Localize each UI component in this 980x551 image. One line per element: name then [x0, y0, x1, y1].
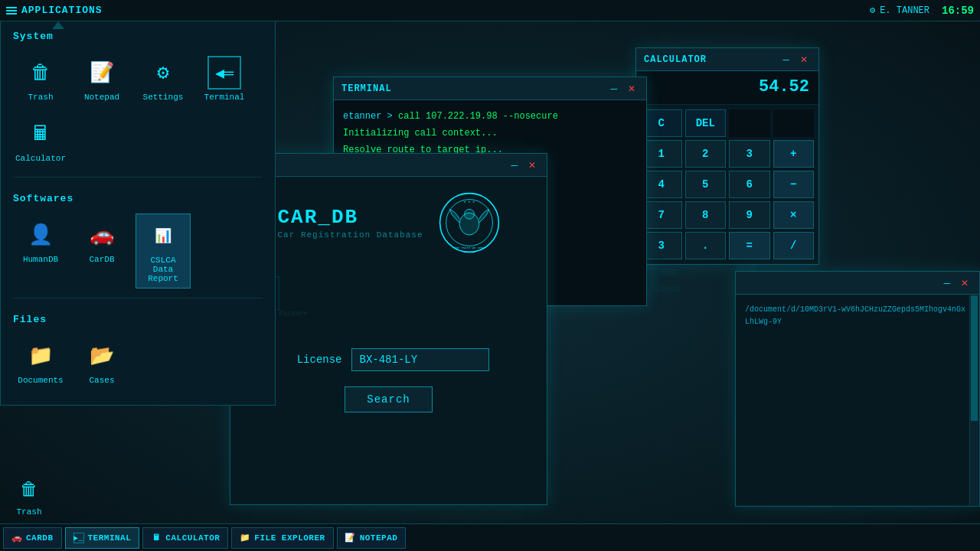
calc-btn-2[interactable]: 2: [685, 140, 727, 168]
term-minimize[interactable]: ─: [607, 83, 620, 94]
link-close[interactable]: ✕: [958, 278, 972, 289]
link-controls: ─ ✕: [940, 278, 972, 289]
cardb-minimize[interactable]: ─: [508, 160, 521, 171]
taskbar-item-notepad[interactable]: 📝 NOTEPAD: [337, 527, 407, 549]
app-menu: System 🗑 Trash 📝 Notepad ⚙ Settings ◀═ T…: [0, 21, 276, 406]
svg-text:★ ★ ★: ★ ★ ★: [463, 200, 475, 204]
app-icon-documents[interactable]: 📁 Documents: [13, 334, 68, 390]
app-icon-humandb[interactable]: 👤 HumanDB: [13, 214, 68, 289]
link-titlebar: ─ ✕: [736, 272, 979, 295]
taskbar-item-terminal[interactable]: ▶_ TERMINAL: [65, 527, 140, 549]
notepad-label: Notepad: [84, 93, 119, 102]
terminal-label: Terminal: [204, 93, 245, 102]
cardb-taskbar-icon: 🚗: [11, 533, 22, 543]
cases-icon: 📂: [85, 339, 119, 373]
app-icon-terminal[interactable]: ◀═ Terminal: [197, 51, 252, 106]
fileexplorer-taskbar-label: FILE EXPLORER: [254, 533, 325, 543]
desktop: DEPT OF E K APPLICATIONS ⚙ E. TANNER 16:…: [0, 0, 980, 551]
cardb-titlebar: ─ ✕: [230, 154, 547, 177]
files-section: Files 📁 Documents 📂 Cases: [1, 305, 275, 393]
cardb-close[interactable]: ✕: [525, 160, 539, 171]
calc-btn-4[interactable]: 4: [641, 171, 682, 198]
clock: 16:59: [942, 5, 974, 17]
app-icon-settings[interactable]: ⚙ Settings: [136, 51, 191, 106]
calc-btn-1[interactable]: 1: [641, 140, 682, 168]
app-icon-notepad[interactable]: 📝 Notepad: [74, 51, 129, 106]
notepad-taskbar-icon: 📝: [345, 533, 356, 543]
calculator-icon: 🖩: [24, 117, 57, 151]
app-icon-trash[interactable]: 🗑 Trash: [13, 51, 68, 106]
fileexplorer-taskbar-icon: 📁: [240, 533, 250, 543]
calc-btn-empty1: [729, 109, 770, 137]
cardb-body: CAR_DB Car Registration Database ★ ★ ★: [230, 177, 547, 504]
notepad-icon: 📝: [85, 56, 119, 90]
calc-btn-7[interactable]: 7: [641, 201, 682, 229]
calc-btn-minus[interactable]: −: [773, 171, 815, 198]
term-prompt-1: etanner >: [343, 111, 393, 122]
link-minimize[interactable]: ─: [940, 278, 953, 289]
system-icons-grid: 🗑 Trash 📝 Notepad ⚙ Settings ◀═ Terminal…: [13, 51, 263, 168]
app-icon-calculator[interactable]: 🖩 Calculator: [13, 112, 68, 168]
desktop-trash-icon: 🗑: [14, 474, 44, 504]
calc-btn-5[interactable]: 5: [685, 171, 727, 198]
desktop-trash[interactable]: 🗑 Trash: [14, 474, 44, 517]
cardb-controls: ─ ✕: [508, 160, 539, 171]
calc-btn-9[interactable]: 9: [729, 201, 770, 229]
license-input[interactable]: [351, 348, 489, 371]
term-line-2: Initializing call context...: [343, 126, 637, 140]
cardb-label: CarDB: [89, 255, 114, 264]
cardb-icon: 🚗: [85, 218, 119, 252]
link-scrollbar[interactable]: [969, 295, 978, 505]
calc-btn-3[interactable]: 3: [729, 140, 770, 168]
license-field-row: License: [246, 348, 531, 371]
calc-btn-multiply[interactable]: ×: [773, 201, 815, 229]
term-title: TERMINAL: [341, 83, 392, 94]
cardb-form: License Search: [246, 348, 531, 412]
calculator-taskbar-icon: 🖩: [151, 533, 162, 543]
term-titlebar: TERMINAL ─ ✕: [334, 77, 646, 100]
term-close[interactable]: ✕: [625, 83, 639, 94]
app-icon-cases[interactable]: 📂 Cases: [74, 334, 129, 390]
calculator-taskbar-label: CALCULATOR: [165, 533, 220, 543]
terminal-taskbar-label: TERMINAL: [88, 533, 132, 543]
link-scrollbar-thumb: [971, 295, 978, 421]
taskbar-item-calculator[interactable]: 🖩 CALCULATOR: [142, 527, 228, 549]
calc-btn-c[interactable]: C: [641, 109, 682, 137]
calc-btn-del[interactable]: DEL: [685, 109, 727, 137]
calc-titlebar: CALCULATOR ─ ✕: [636, 48, 818, 71]
calc-title: CALCULATOR: [644, 54, 707, 65]
calc-btn-3b[interactable]: 3: [641, 232, 682, 259]
calc-btn-divide[interactable]: /: [773, 232, 815, 259]
link-url: /document/d/10MD3rV1-wV6hJCHzuZZGepds5MI…: [745, 305, 965, 326]
app-icon-cslca[interactable]: 📊 CSLCA Data Report: [136, 214, 191, 289]
svg-text:THE TRUTH WE SEEK: THE TRUTH WE SEEK: [453, 246, 485, 249]
search-button[interactable]: Search: [345, 386, 432, 412]
taskbar-item-cardb[interactable]: 🚗 CARDB: [3, 527, 62, 549]
calc-btn-6[interactable]: 6: [729, 171, 770, 198]
cslca-icon: 📊: [146, 219, 180, 253]
calc-close[interactable]: ✕: [797, 54, 811, 65]
calc-btn-equals[interactable]: =: [729, 232, 770, 259]
calc-btn-dot[interactable]: .: [685, 232, 727, 259]
cardb-main-title: CAR_DB: [277, 206, 423, 229]
divider-1: [13, 177, 263, 178]
divider-2: [13, 298, 263, 298]
cardb-window: ─ ✕ CAR_DB Car Registration Database: [230, 153, 547, 505]
taskbar-item-fileexplorer[interactable]: 📁 FILE EXPLORER: [231, 527, 333, 549]
app-menu-trigger[interactable]: APPLICATIONS: [6, 5, 103, 16]
calc-minimize[interactable]: ─: [779, 54, 792, 65]
cardb-sub-title: Car Registration Database: [277, 230, 423, 240]
humandb-icon: 👤: [24, 218, 57, 252]
link-window: ─ ✕ /document/d/10MD3rV1-wV6hJCHzuZZGepd…: [735, 271, 980, 507]
user-icon: ⚙: [870, 5, 875, 16]
settings-icon: ⚙: [146, 56, 180, 90]
cardb-logo-row: CAR_DB Car Registration Database ★ ★ ★: [277, 192, 499, 253]
link-body[interactable]: /document/d/10MD3rV1-wV6hJCHzuZZGepds5MI…: [736, 295, 979, 506]
calc-buttons: C DEL 1 2 3 + 4 5 6 − 7 8 9 × 3 . = /: [636, 105, 818, 264]
calc-btn-plus[interactable]: +: [773, 140, 815, 168]
app-icon-cardb[interactable]: 🚗 CarDB: [74, 214, 129, 289]
terminal-taskbar-icon: ▶_: [74, 533, 84, 543]
calc-btn-8[interactable]: 8: [685, 201, 727, 229]
calc-controls: ─ ✕: [779, 54, 811, 65]
notepad-taskbar-label: NOTEPAD: [360, 533, 398, 543]
